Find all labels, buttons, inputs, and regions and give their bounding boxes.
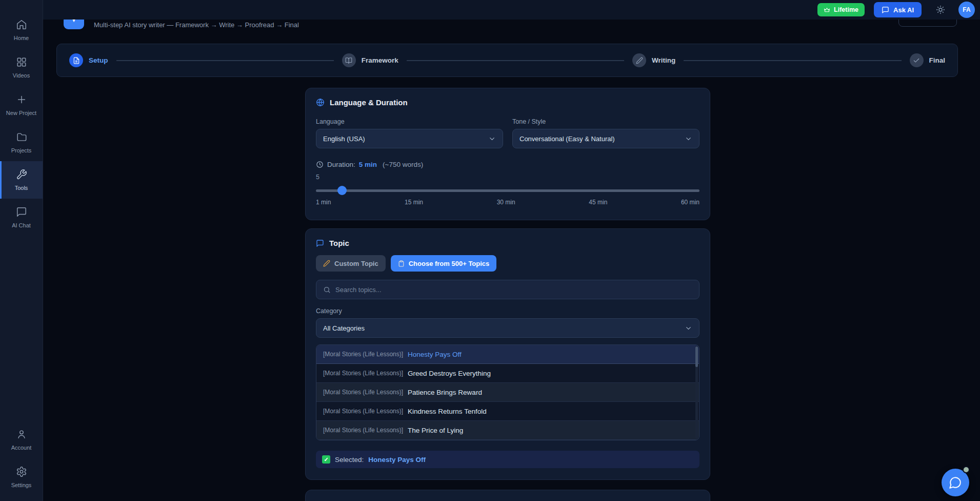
user-avatar[interactable]: FA — [958, 2, 975, 18]
scrollbar-thumb[interactable] — [695, 346, 698, 367]
slider-track[interactable] — [316, 189, 699, 192]
step-setup[interactable]: Setup — [69, 53, 108, 67]
choose-topics-label: Choose from 500+ Topics — [409, 260, 490, 267]
checkbox-checked-icon: ✓ — [322, 455, 330, 464]
avatar-initials: FA — [963, 6, 970, 13]
language-select-value: English (USA) — [323, 135, 365, 143]
custom-topic-button[interactable]: Custom Topic — [316, 255, 386, 272]
topic-row[interactable]: [Moral Stories (Life Lessons)] Honesty P… — [316, 345, 699, 364]
tone-style-select[interactable]: Conversational (Easy & Natural) — [512, 129, 699, 148]
tick-label: 60 min — [681, 199, 699, 206]
choose-topics-button[interactable]: Choose from 500+ Topics — [391, 255, 497, 272]
language-select[interactable]: English (USA) — [316, 129, 503, 148]
topic-row[interactable]: [Moral Stories (Life Lessons)] Greed Des… — [316, 364, 699, 383]
topic-category: [Moral Stories (Life Lessons)] — [323, 370, 403, 377]
topic-title: Kindness Returns Tenfold — [408, 408, 487, 415]
sidebar-item-new-project[interactable]: New Project — [0, 86, 43, 124]
sidebar-item-tools[interactable]: Tools — [0, 161, 43, 199]
ask-ai-button[interactable]: Ask AI — [874, 2, 922, 17]
sidebar-item-home[interactable]: Home — [0, 11, 43, 49]
sidebar-item-label: New Project — [6, 110, 36, 116]
gear-icon — [16, 466, 27, 478]
plus-icon — [16, 94, 27, 106]
topic-list: [Moral Stories (Life Lessons)] Honesty P… — [316, 344, 699, 440]
sidebar-item-label: Settings — [11, 482, 32, 488]
sidebar-item-account[interactable]: Account — [0, 421, 43, 458]
book-icon — [342, 53, 356, 67]
sidebar-item-label: Videos — [13, 72, 30, 79]
step-writing[interactable]: Writing — [632, 53, 675, 67]
topic-search-input[interactable] — [335, 286, 692, 294]
sidebar: Home Videos New Project Projects Tools A… — [0, 0, 43, 501]
selected-topic-bar: ✓ Selected: Honesty Pays Off — [316, 451, 699, 468]
top-bar: Lifetime Ask AI FA — [43, 0, 980, 20]
pen-icon — [632, 53, 646, 67]
duration-label: Duration: — [327, 161, 355, 168]
step-connector — [407, 60, 624, 61]
topic-row[interactable]: [Moral Stories (Life Lessons)] Patience … — [316, 383, 699, 402]
sidebar-item-ai-chat[interactable]: AI Chat — [0, 199, 43, 236]
topic-chat-icon — [316, 239, 324, 247]
card-title: Topic — [329, 239, 349, 247]
pencil-icon — [323, 260, 330, 267]
tone-style-select-value: Conversational (Easy & Natural) — [519, 135, 615, 143]
sidebar-item-label: Account — [11, 445, 32, 451]
sidebar-item-projects[interactable]: Projects — [0, 124, 43, 161]
step-label: Setup — [89, 56, 108, 64]
sidebar-item-settings[interactable]: Settings — [0, 458, 43, 496]
slider-current-value: 5 — [316, 174, 699, 181]
chat-status-dot — [963, 466, 970, 473]
document-icon — [69, 53, 83, 67]
duration-word-count: (~750 words) — [383, 161, 423, 168]
category-select-value: All Categories — [323, 324, 365, 332]
duration-slider[interactable] — [316, 186, 699, 195]
tick-label: 45 min — [589, 199, 607, 206]
selected-topic-value: Honesty Pays Off — [368, 456, 426, 464]
topic-search-box — [316, 280, 699, 299]
step-label: Writing — [652, 56, 675, 64]
topic-card: Topic Custom Topic Choose from 500+ Topi… — [305, 228, 710, 480]
step-label: Final — [929, 56, 946, 64]
check-icon — [910, 53, 924, 67]
chat-widget-icon — [949, 476, 962, 489]
step-framework[interactable]: Framework — [342, 53, 398, 67]
sidebar-item-label: Home — [14, 35, 29, 41]
sidebar-bottom-group: Account Settings — [0, 421, 43, 501]
app-window: Home Videos New Project Projects Tools A… — [0, 0, 980, 501]
custom-topic-label: Custom Topic — [334, 260, 378, 267]
topic-title: Greed Destroys Everything — [408, 370, 491, 377]
ask-ai-label: Ask AI — [893, 6, 914, 14]
lifetime-button[interactable]: Lifetime — [817, 3, 865, 16]
user-icon — [16, 429, 27, 441]
topic-row[interactable]: [Moral Stories (Life Lessons)] Kindness … — [316, 402, 699, 421]
next-card-peek — [305, 490, 710, 501]
category-label: Category — [316, 307, 699, 315]
lifetime-label: Lifetime — [834, 6, 858, 13]
theme-toggle-sun-icon[interactable] — [936, 5, 945, 14]
sidebar-item-videos[interactable]: Videos — [0, 49, 43, 86]
step-final[interactable]: Final — [910, 53, 946, 67]
globe-icon — [316, 98, 325, 107]
slider-thumb[interactable] — [337, 186, 347, 195]
topic-list-scrollbar — [695, 346, 698, 439]
sidebar-item-label: Tools — [15, 185, 28, 191]
selected-label: Selected: — [335, 456, 364, 464]
topic-category: [Moral Stories (Life Lessons)] — [323, 389, 403, 396]
chat-icon — [882, 6, 889, 14]
category-select[interactable]: All Categories — [316, 318, 699, 338]
topic-title: The Price of Lying — [408, 427, 463, 434]
topic-category: [Moral Stories (Life Lessons)] — [323, 408, 403, 415]
step-connector — [116, 60, 334, 61]
topic-title: Honesty Pays Off — [408, 351, 462, 358]
chat-bubble-icon — [16, 206, 27, 219]
topic-title: Patience Brings Reward — [408, 389, 482, 396]
chevron-down-icon — [685, 324, 692, 332]
tick-label: 1 min — [316, 199, 331, 206]
sidebar-item-label: Projects — [11, 147, 32, 153]
chevron-down-icon — [685, 135, 692, 143]
chevron-down-icon — [488, 135, 496, 143]
language-duration-card: Language & Duration Language English (US… — [305, 88, 710, 220]
crown-icon — [824, 7, 830, 13]
topic-row[interactable]: [Moral Stories (Life Lessons)] The Price… — [316, 421, 699, 440]
tick-label: 15 min — [405, 199, 423, 206]
